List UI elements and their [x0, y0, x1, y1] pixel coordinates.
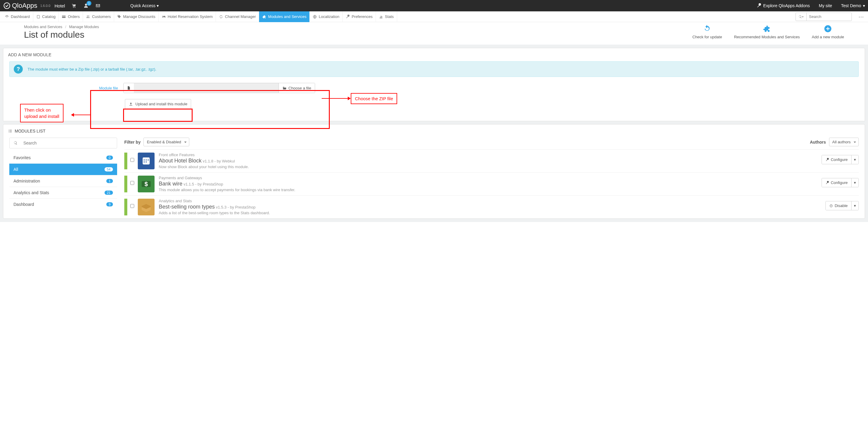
category-sidebar: Favorites0All54Administration1Analytics …	[9, 138, 117, 218]
nav-localization[interactable]: Localization	[310, 11, 343, 22]
module-name[interactable]: About Hotel Block	[159, 158, 202, 164]
tag-icon	[117, 15, 121, 19]
module-category: Front office Features	[159, 153, 822, 157]
module-row: Front office FeaturesAbout Hotel Block v…	[124, 149, 859, 172]
my-site[interactable]: My site	[819, 3, 832, 8]
module-checkbox[interactable]	[130, 204, 134, 208]
wrench-icon	[756, 3, 762, 8]
version: 1.6.0.0	[40, 4, 50, 7]
nav-discounts[interactable]: Manage Discounts	[114, 11, 159, 22]
plus-circle-icon	[824, 25, 832, 33]
card-icon	[62, 15, 66, 19]
count-badge: 1	[106, 179, 113, 183]
category-dashboard[interactable]: Dashboard9	[9, 198, 117, 210]
configure-button[interactable]: Configure	[822, 155, 851, 164]
svg-point-0	[4, 3, 10, 9]
svg-rect-8	[146, 162, 147, 163]
info-text: The module must either be a Zip file (.z…	[28, 67, 156, 71]
topbar: QloApps 1.6.0.0 Hotel 1 Quick Access ▾ E…	[0, 0, 868, 11]
cart-button[interactable]	[71, 3, 76, 8]
filter-select[interactable]: Enabled & Disabled	[144, 138, 189, 146]
module-version: v1.1.8 - by Webkul	[203, 159, 235, 163]
module-version: v1.5.3 - by PrestaShop	[216, 205, 255, 209]
breadcrumb-parent[interactable]: Modules and Services	[24, 25, 62, 29]
category-administration[interactable]: Administration1	[9, 175, 117, 187]
quick-access[interactable]: Quick Access ▾	[130, 3, 159, 8]
gauge-icon	[5, 15, 9, 19]
brand-text: QloApps	[12, 2, 37, 9]
mail-button[interactable]	[96, 3, 100, 8]
breadcrumb-current: Manage Modules	[69, 25, 99, 29]
check-update-button[interactable]: Check for update	[692, 25, 722, 39]
panel-title: ADD A NEW MODULE	[3, 48, 865, 61]
search-icon	[13, 141, 18, 145]
action-dropdown[interactable]: ▾	[851, 155, 859, 164]
module-search[interactable]	[9, 138, 117, 148]
svg-rect-7	[144, 162, 145, 163]
search-dropdown[interactable]: ▾	[796, 13, 807, 21]
nav-customers[interactable]: Customers	[83, 11, 114, 22]
add-module-panel: ADD A NEW MODULE ? The module must eithe…	[3, 48, 865, 121]
category-favorites[interactable]: Favorites0	[9, 152, 117, 163]
module-name[interactable]: Bank wire	[159, 181, 182, 187]
nav-modules[interactable]: Modules and Services	[259, 11, 310, 22]
nav-orders[interactable]: Orders	[59, 11, 83, 22]
module-action: Configure▾	[822, 178, 859, 187]
brand[interactable]: QloApps 1.6.0.0	[3, 2, 50, 9]
disable-button[interactable]: Disable	[826, 201, 851, 210]
module-description: Now show Block about your hotel using th…	[159, 165, 822, 169]
nav-preferences[interactable]: Preferences	[343, 11, 376, 22]
action-dropdown[interactable]: ▾	[851, 178, 859, 187]
search-icon	[799, 15, 802, 19]
hotel-name[interactable]: Hotel	[55, 3, 65, 8]
module-icon	[138, 199, 155, 215]
info-box: ? The module must either be a Zip file (…	[9, 61, 859, 77]
puzzle-icon	[763, 25, 771, 33]
configure-button[interactable]: Configure	[822, 178, 851, 187]
module-name[interactable]: Best-selling room types	[159, 204, 215, 210]
module-icon: $	[138, 176, 155, 192]
refresh-icon	[703, 25, 711, 33]
explore-addons[interactable]: Explore QloApps Addons	[756, 3, 810, 8]
module-description: Adds a list of the best-selling room typ…	[159, 211, 826, 215]
nav-catalog[interactable]: Catalog	[33, 11, 59, 22]
count-badge: 9	[106, 202, 113, 206]
nav-channel[interactable]: Channel Manager	[216, 11, 259, 22]
user-menu[interactable]: Test Demo ▾	[841, 3, 865, 8]
category-analytics-and-stats[interactable]: Analytics and Stats21	[9, 187, 117, 198]
module-search-input[interactable]	[22, 141, 117, 145]
module-category: Payments and Gateways	[159, 176, 822, 180]
authors-label: Authors	[810, 140, 826, 144]
module-checkbox[interactable]	[130, 158, 134, 162]
mail-icon	[96, 3, 100, 8]
svg-rect-5	[146, 160, 147, 160]
module-icon	[138, 153, 155, 169]
more-menu[interactable]: ⋯	[856, 13, 866, 20]
recommended-button[interactable]: Recommended Modules and Services	[734, 25, 800, 39]
chart-icon	[379, 15, 383, 19]
action-dropdown[interactable]: ▾	[851, 201, 859, 210]
svg-rect-4	[144, 160, 145, 160]
authors-select[interactable]: All authors	[829, 138, 859, 146]
nav-stats[interactable]: Stats	[376, 11, 397, 22]
nav-search-input[interactable]	[807, 14, 851, 19]
svg-rect-3	[143, 157, 150, 164]
nav-reservation[interactable]: Hotel Reservation System	[159, 11, 216, 22]
puzzle-icon	[262, 15, 266, 19]
nav-dashboard[interactable]: Dashboard	[2, 11, 33, 22]
user-notif-button[interactable]: 1	[84, 3, 88, 8]
refresh-icon	[219, 15, 223, 19]
arrow-left	[73, 114, 90, 115]
modules-list-panel: MODULES LIST Favorites0All54Administrati…	[3, 124, 865, 219]
module-version: v1.1.5 - by PrestaShop	[184, 182, 223, 187]
module-checkbox[interactable]	[130, 181, 134, 185]
add-module-button[interactable]: Add a new module	[812, 25, 844, 39]
nav-search[interactable]: ▾	[796, 12, 852, 21]
status-bar	[124, 199, 127, 215]
category-all[interactable]: All54	[9, 163, 117, 175]
callout-left: Then click onupload and install	[20, 104, 63, 122]
svg-rect-6	[148, 160, 149, 160]
arrowhead-right	[348, 97, 351, 100]
wrench-icon	[346, 15, 350, 19]
status-bar	[124, 176, 127, 192]
